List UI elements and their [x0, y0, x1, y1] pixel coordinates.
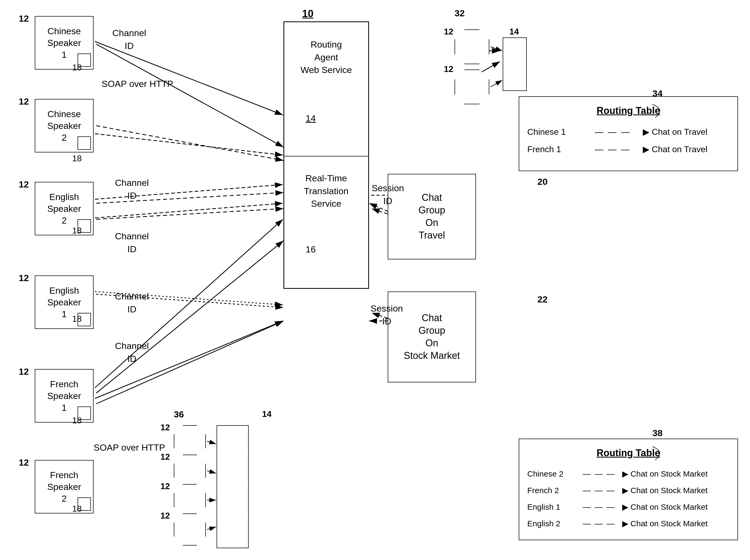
ref-12-cluster-bot-3: 12 — [160, 481, 170, 491]
svg-line-7 — [96, 241, 283, 393]
routing-row-french2-stock: French 2 — — — ▶ Chat on Stock Market — [527, 483, 729, 498]
wire-num-18-2: 18 — [72, 153, 82, 164]
routing-dash-2: — — — — [586, 142, 640, 157]
svg-line-33 — [95, 203, 283, 218]
ref-num-12-english2: 12 — [19, 179, 29, 189]
speaker-french1-label: FrenchSpeaker1 — [47, 378, 81, 414]
channel-id-label-4: ChannelID — [115, 290, 149, 316]
ref-12-cluster-top-1: 12 — [444, 27, 453, 37]
channel-id-label-5: ChannelID — [115, 340, 149, 365]
routing-src-2: French 1 — [527, 142, 586, 157]
ref-14-cluster-top: 14 — [509, 27, 519, 37]
ref-num-12-chinese1: 12 — [19, 13, 29, 24]
routing-dst-6: ▶ Chat on Stock Market — [622, 516, 729, 531]
speaker-french2: FrenchSpeaker2 — [35, 460, 94, 514]
octagon-bot-4 — [174, 514, 206, 545]
routing-row-french1-travel: French 1 — — — ▶ Chat on Travel — [527, 142, 729, 157]
rect-cluster-top — [503, 37, 527, 91]
ref-num-12-chinese2: 12 — [19, 96, 29, 107]
routing-agent-label: RoutingAgentWeb Service — [284, 38, 368, 77]
center-divider — [284, 156, 368, 157]
routing-dst-5: ▶ Chat on Stock Market — [622, 500, 729, 514]
routing-dst-1: ▶ Chat on Travel — [640, 124, 729, 140]
session-id-label-1: SessionID — [372, 182, 404, 207]
channel-id-label-3: ChannelID — [115, 230, 149, 255]
wire-num-18-6: 18 — [72, 503, 82, 515]
routing-dst-3: ▶ Chat on Stock Market — [622, 467, 729, 481]
wire-num-18-3: 18 — [72, 225, 82, 237]
routing-src-3: Chinese 2 — [527, 467, 576, 481]
speaker-chinese2-label: ChineseSpeaker2 — [47, 108, 81, 144]
octagon-top-2 — [454, 69, 489, 104]
speaker-chinese1: ChineseSpeaker1 — [35, 16, 94, 69]
wire-num-18-4: 18 — [72, 313, 82, 325]
main-center-box: RoutingAgentWeb Service 14 Real-TimeTran… — [283, 21, 369, 289]
ref-num-12-french2: 12 — [19, 457, 29, 468]
routing-dst-4: ▶ Chat on Stock Market — [622, 483, 729, 498]
octagon-bot-1 — [174, 425, 206, 457]
diagram: 12 ChineseSpeaker1 12 ChineseSpeaker2 12… — [0, 0, 750, 560]
wire-num-18-1: 18 — [72, 61, 82, 74]
speaker-french2-label: FrenchSpeaker2 — [47, 469, 81, 505]
svg-line-5 — [96, 208, 283, 219]
ref-num-36: 36 — [174, 409, 184, 420]
routing-dash-4: — — — — [576, 483, 622, 498]
svg-line-3 — [96, 126, 283, 160]
routing-table-1: Routing Table Chinese 1 — — — ▶ Chat on … — [519, 96, 738, 171]
svg-line-28 — [372, 208, 388, 214]
wire-num-18-5: 18 — [72, 415, 82, 426]
routing-dst-2: ▶ Chat on Travel — [640, 142, 729, 157]
routing-row-chinese1-travel: Chinese 1 — — — ▶ Chat on Travel — [527, 124, 729, 140]
speaker-english2: EnglishSpeaker2 — [35, 182, 94, 235]
svg-line-2 — [96, 44, 283, 147]
routing-row-chinese2-stock: Chinese 2 — — — ▶ Chat on Stock Market — [527, 467, 729, 481]
speaker-chinese1-label: ChineseSpeaker1 — [47, 25, 81, 61]
ref-12-cluster-bot-1: 12 — [160, 422, 170, 433]
routing-table-2: Routing Table Chinese 2 — — — ▶ Chat on … — [519, 439, 738, 540]
channel-id-label-2: ChannelID — [115, 177, 149, 202]
ref-num-12-english1: 12 — [19, 273, 29, 283]
octagon-top-1 — [454, 29, 489, 64]
svg-line-13 — [481, 61, 500, 72]
speaker-french1: FrenchSpeaker1 — [35, 369, 94, 422]
routing-table-1-title: Routing Table — [527, 102, 729, 120]
routing-table-2-title: Routing Table — [527, 444, 729, 462]
routing-src-6: English 2 — [527, 516, 576, 531]
routing-row-english1-stock: English 1 — — — ▶ Chat on Stock Market — [527, 500, 729, 514]
ref-12-cluster-top-2: 12 — [444, 64, 453, 74]
octagon-bot-3 — [174, 484, 206, 516]
ref-num-16: 16 — [306, 244, 316, 255]
soap-http-label-2: SOAP over HTTP — [94, 441, 165, 454]
ref-num-14-routing: 14 — [306, 113, 316, 123]
svg-line-38 — [491, 80, 502, 87]
svg-line-42 — [207, 527, 216, 529]
session-id-label-2: SessionID — [370, 302, 403, 327]
ref-12-cluster-bot-2: 12 — [160, 452, 170, 462]
ref-num-12-french1: 12 — [19, 366, 29, 377]
ref-num-22: 22 — [538, 294, 548, 305]
channel-id-label-1: ChannelID — [112, 27, 146, 52]
ref-num-38: 38 — [652, 428, 663, 438]
ref-num-10: 10 — [302, 8, 313, 20]
ref-num-20: 20 — [538, 177, 548, 187]
routing-src-1: Chinese 1 — [527, 124, 586, 140]
routing-row-english2-stock: English 2 — — — ▶ Chat on Stock Market — [527, 516, 729, 531]
routing-dash-6: — — — — [576, 516, 622, 531]
routing-dash-1: — — — — [586, 124, 640, 140]
svg-line-31 — [95, 134, 283, 155]
speaker-chinese2-inner — [78, 136, 91, 150]
ref-num-32: 32 — [454, 8, 465, 18]
ref-14-cluster-bottom: 14 — [262, 409, 272, 419]
real-time-label: Real-TimeTranslationService — [284, 172, 368, 210]
speaker-chinese2: ChineseSpeaker2 — [35, 99, 94, 153]
routing-dash-3: — — — — [576, 467, 622, 481]
svg-line-40 — [207, 471, 216, 473]
speaker-english1: EnglishSpeaker1 — [35, 276, 94, 329]
rect-cluster-bottom — [217, 425, 249, 548]
svg-line-39 — [207, 441, 216, 444]
octagon-bot-2 — [174, 455, 206, 487]
ref-12-cluster-bot-4: 12 — [160, 511, 170, 521]
routing-dash-5: — — — — [576, 500, 622, 514]
routing-src-4: French 2 — [527, 483, 576, 498]
speaker-english2-label: EnglishSpeaker2 — [47, 191, 81, 226]
